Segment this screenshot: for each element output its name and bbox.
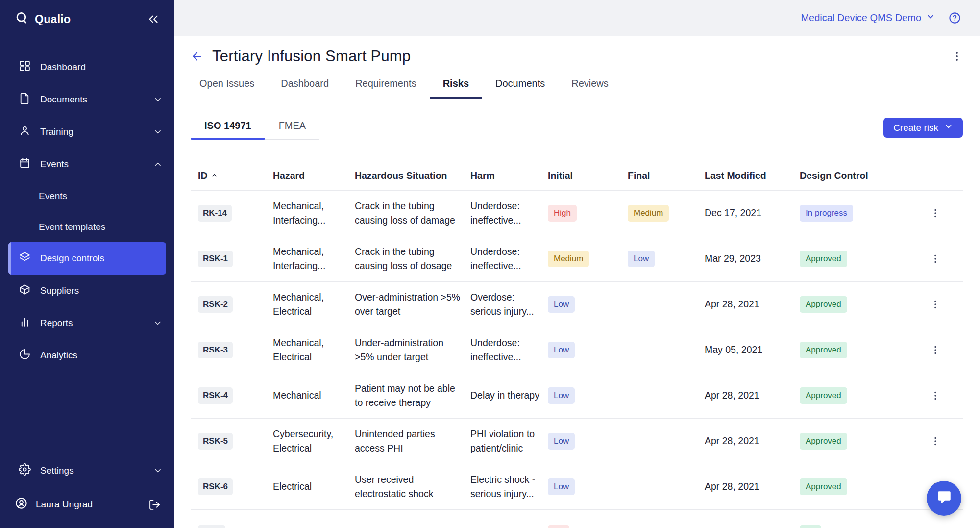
sidebar-item-design-controls[interactable]: Design controls: [8, 242, 166, 275]
hazardous-situation-cell: Crack in the tubing causing loss of dosa…: [347, 245, 463, 274]
harm-cell: PHI violation to patient/clinic: [463, 427, 540, 456]
sidebar-subitem-label: Events: [39, 191, 67, 201]
risk-id-chip: RSK-1: [198, 251, 233, 267]
sidebar-subitem-events[interactable]: Events: [0, 180, 174, 211]
sidebar-item-settings[interactable]: Settings: [0, 454, 174, 487]
user-name: Laura Ungrad: [36, 499, 93, 510]
column-header-id[interactable]: ID: [191, 170, 266, 181]
top-bar: Medical Device QMS Demo: [174, 0, 980, 36]
sidebar-item-reports[interactable]: Reports: [0, 307, 174, 339]
sidebar-item-events[interactable]: Events: [0, 148, 174, 180]
create-risk-label: Create risk: [893, 123, 938, 133]
row-actions-menu-icon[interactable]: [930, 299, 941, 310]
column-header-harm[interactable]: Harm: [463, 170, 540, 181]
sidebar-user-row[interactable]: Laura Ungrad: [0, 487, 174, 522]
design-control-badge: [800, 525, 821, 528]
hazard-cell: Mechanical, Interfacing...: [266, 199, 347, 228]
column-header-initial[interactable]: Initial: [540, 170, 620, 181]
table-row[interactable]: RSK-3 Mechanical, Electrical Under-admin…: [191, 327, 963, 373]
subtab-bar: ISO 14971 FMEA: [191, 120, 319, 140]
sort-ascending-icon: [211, 170, 218, 181]
logout-icon[interactable]: [148, 499, 161, 511]
column-header-design-control[interactable]: Design Control: [792, 170, 900, 181]
chevron-up-icon: [153, 159, 163, 169]
sidebar-item-suppliers[interactable]: Suppliers: [0, 275, 174, 307]
suppliers-box-icon: [19, 283, 31, 298]
row-actions-menu-icon[interactable]: [930, 345, 941, 355]
page-actions-menu-icon[interactable]: [951, 50, 963, 62]
column-header-hazard[interactable]: Hazard: [266, 170, 347, 181]
sidebar-item-analytics[interactable]: Analytics: [0, 339, 174, 372]
row-actions-menu-icon[interactable]: [930, 390, 941, 401]
initial-risk-badge: Low: [548, 478, 575, 495]
harm-cell: Underdose: ineffective...: [463, 336, 540, 365]
training-icon: [19, 125, 31, 139]
sidebar-collapse-icon[interactable]: [147, 13, 160, 25]
last-modified-cell: Apr 28, 2021: [697, 297, 792, 311]
sidebar-item-dashboard[interactable]: Dashboard: [0, 51, 174, 83]
help-icon[interactable]: [948, 11, 961, 25]
tab-risks[interactable]: Risks: [430, 78, 482, 98]
risk-id-chip: RSK-4: [198, 387, 233, 404]
row-actions-menu-icon[interactable]: [930, 208, 941, 219]
back-arrow-icon[interactable]: [191, 50, 203, 63]
page-title: Tertiary Infusion Smart Pump: [212, 48, 411, 65]
tab-requirements[interactable]: Requirements: [342, 78, 430, 98]
last-modified-cell: May 05, 2021: [697, 343, 792, 357]
column-header-hazardous-situation[interactable]: Hazardous Situation: [347, 170, 463, 181]
column-header-last-modified[interactable]: Last Modified: [697, 170, 792, 181]
sidebar-item-label: Dashboard: [40, 62, 86, 73]
chevron-down-icon: [153, 318, 163, 328]
sidebar: Qualio Dashboard Documents: [0, 0, 174, 528]
risk-id-chip: [198, 525, 225, 528]
harm-cell: Electric shock - serious injury...: [463, 473, 540, 502]
sidebar-subitem-event-templates[interactable]: Event templates: [0, 211, 174, 242]
chevron-down-icon: [944, 122, 953, 133]
page-header: Tertiary Infusion Smart Pump: [191, 48, 963, 65]
hazard-cell: Mechanical, Electrical: [266, 336, 347, 365]
create-risk-button[interactable]: Create risk: [883, 118, 963, 138]
initial-risk-badge: High: [548, 205, 577, 222]
hazardous-situation-cell: User received electrostatic shock: [347, 473, 463, 502]
sidebar-item-label: Settings: [40, 465, 74, 476]
hazard-cell: Mechanical, Electrical: [266, 290, 347, 319]
sidebar-item-documents[interactable]: Documents: [0, 83, 174, 116]
risk-id-chip: RSK-6: [198, 478, 233, 495]
sidebar-logo-row: Qualio: [0, 0, 174, 38]
table-row[interactable]: RSK-6 Electrical User received electrost…: [191, 464, 963, 509]
tab-documents[interactable]: Documents: [482, 78, 558, 98]
tab-reviews[interactable]: Reviews: [558, 78, 622, 98]
chevron-down-icon: [153, 95, 163, 104]
tab-dashboard[interactable]: Dashboard: [268, 78, 342, 98]
chevron-down-icon: [153, 127, 163, 137]
initial-risk-badge: Low: [548, 387, 575, 404]
harm-cell: Overdose: serious injury...: [463, 290, 540, 319]
table-row[interactable]: RK-14 Mechanical, Interfacing... Crack i…: [191, 190, 963, 236]
sidebar-item-training[interactable]: Training: [0, 116, 174, 148]
table-row[interactable]: RSK-2 Mechanical, Electrical Over-admini…: [191, 281, 963, 327]
chevron-down-icon: [926, 12, 935, 24]
table-row-partial[interactable]: [191, 509, 963, 528]
workspace-selector[interactable]: Medical Device QMS Demo: [801, 12, 935, 24]
table-row[interactable]: RSK-5 Cybersecurity, Electrical Unintend…: [191, 418, 963, 464]
subtab-iso-14971[interactable]: ISO 14971: [191, 120, 265, 139]
table-row[interactable]: RSK-1 Mechanical, Interfacing... Crack i…: [191, 236, 963, 281]
last-modified-cell: Apr 28, 2021: [697, 388, 792, 402]
qualio-logo: Qualio: [15, 11, 71, 27]
row-actions-menu-icon[interactable]: [930, 253, 941, 264]
risk-id-chip: RK-14: [198, 205, 232, 222]
subtab-fmea[interactable]: FMEA: [265, 120, 320, 139]
row-actions-menu-icon[interactable]: [930, 436, 941, 447]
last-modified-cell: Apr 28, 2021: [697, 479, 792, 494]
dashboard-icon: [19, 60, 31, 75]
avatar-icon: [15, 497, 28, 512]
design-control-badge: Approved: [800, 433, 847, 450]
chat-launcher-button[interactable]: [927, 481, 961, 516]
hazardous-situation-cell: Patient may not be able to receive thera…: [347, 381, 463, 410]
initial-risk-badge: Low: [548, 433, 575, 450]
column-header-final[interactable]: Final: [620, 170, 697, 181]
table-row[interactable]: RSK-4 Mechanical Patient may not be able…: [191, 373, 963, 418]
tab-open-issues[interactable]: Open Issues: [191, 78, 268, 98]
qualio-logo-icon: [15, 11, 28, 27]
hazardous-situation-cell: Unintended parties access PHI: [347, 427, 463, 456]
